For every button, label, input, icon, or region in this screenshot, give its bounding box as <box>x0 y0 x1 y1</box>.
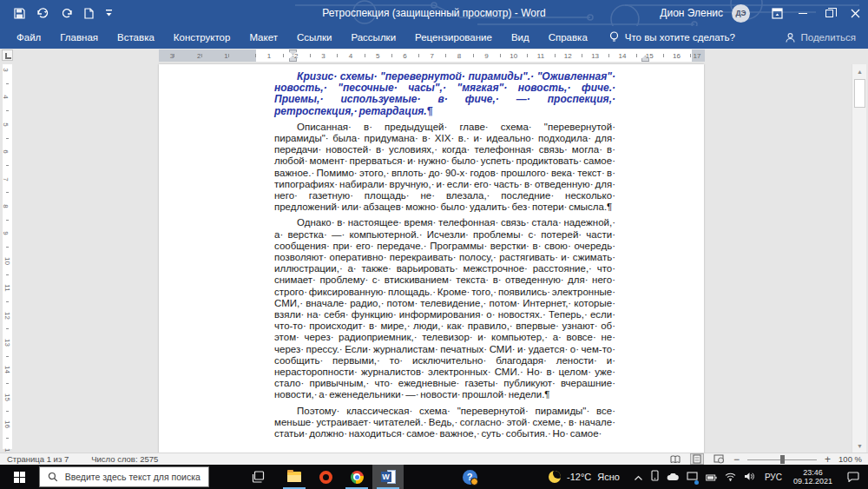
ruler-number: 4 <box>349 52 352 60</box>
ruler-tick <box>6 247 9 248</box>
save-icon[interactable] <box>14 8 25 19</box>
tab-файл[interactable]: Файл <box>7 26 50 49</box>
customize-qat-icon[interactable] <box>105 9 113 18</box>
zoom-handle[interactable] <box>780 455 785 464</box>
ruler-tick <box>6 110 9 111</box>
ruler-tick <box>6 83 9 84</box>
ruler-tick <box>6 220 9 221</box>
account-user-name[interactable]: Дион Эленис <box>660 7 723 19</box>
search-input[interactable] <box>65 472 201 482</box>
tab-selector[interactable] <box>2 50 13 61</box>
taskbar: W ? -12°C Ясно РУС 23:46 09.12.2021 <box>0 465 868 489</box>
vertical-scrollbar[interactable]: ▲ ▼ <box>852 64 866 453</box>
tell-me-label: Что вы хотите сделать? <box>625 32 735 43</box>
tab-справка[interactable]: Справка <box>539 26 597 49</box>
zoom-out-button[interactable]: − <box>733 455 740 464</box>
read-mode-icon[interactable] <box>668 453 682 465</box>
taskbar-search[interactable] <box>39 466 209 487</box>
ribbon-display-options-button[interactable] <box>764 0 790 26</box>
share-button[interactable]: Поделиться <box>786 32 856 43</box>
tab-вид[interactable]: Вид <box>502 26 539 49</box>
file-explorer-button[interactable] <box>279 465 310 489</box>
ruler-number: 4 <box>1 96 9 99</box>
undo-icon[interactable] <box>36 8 51 18</box>
ruler-number: 12 <box>3 312 10 320</box>
action-center-button[interactable] <box>838 465 868 489</box>
title-bar: Ретроспекция (защищенный просмотр) - Wor… <box>0 0 868 26</box>
tab-вставка[interactable]: Вставка <box>108 26 164 49</box>
scroll-down-button[interactable]: ▼ <box>852 439 867 453</box>
ruler-number: 11 <box>537 52 544 60</box>
ruler-number: 15 <box>646 52 654 60</box>
tab-конструктор[interactable]: Конструктор <box>164 26 240 49</box>
close-button[interactable] <box>842 0 868 26</box>
ribbon-tab-row: ФайлГлавнаяВставкаКонструкторМакетСсылки… <box>0 26 868 49</box>
file-explorer-icon <box>287 472 301 482</box>
weather-widget[interactable]: -12°C Ясно <box>540 471 628 483</box>
minimize-button[interactable] <box>790 0 816 26</box>
restore-button[interactable] <box>816 0 842 26</box>
onedrive-cloud-icon[interactable] <box>667 469 679 485</box>
ruler-row: 3211234567891011121314151617 <box>0 49 868 63</box>
web-layout-icon[interactable] <box>712 453 726 465</box>
tab-макет[interactable]: Макет <box>240 26 287 49</box>
language-indicator[interactable]: РУС <box>760 472 787 482</box>
volume-icon[interactable] <box>744 469 754 485</box>
avatar[interactable]: ДЭ <box>732 4 750 23</box>
ruler-number: 8 <box>1 204 9 208</box>
tray-chevron-up-icon[interactable] <box>634 469 643 485</box>
ruler-number: 6 <box>403 52 406 60</box>
document-page[interactable]: Кризис· схемы· "перевернутой· пирамиды".… <box>159 64 704 453</box>
tell-me-box[interactable]: Что вы хотите сделать? <box>609 31 735 43</box>
windows-logo-icon <box>14 472 25 483</box>
ruler-tick <box>690 54 691 57</box>
ruler-number: 3 <box>321 52 325 60</box>
clock[interactable]: 23:46 09.12.2021 <box>787 468 838 486</box>
ruler-number: 16 <box>673 52 681 60</box>
office-button[interactable] <box>310 465 341 489</box>
phone-icon[interactable] <box>651 469 659 485</box>
tab-рецензирование[interactable]: Рецензирование <box>405 26 502 49</box>
help-icon: ? <box>463 470 477 485</box>
scroll-up-button[interactable]: ▲ <box>852 64 867 78</box>
zoom-level[interactable]: 100 % <box>838 454 862 464</box>
ruler-number: 8 <box>457 52 461 60</box>
task-view-button[interactable] <box>242 465 273 489</box>
clock-time: 23:46 <box>793 468 832 478</box>
page-indicator[interactable]: Страница 1 из 7 <box>7 454 69 464</box>
tab-главная[interactable]: Главная <box>50 26 108 49</box>
person-icon <box>786 33 795 43</box>
word-window: Ретроспекция (защищенный просмотр) - Wor… <box>0 0 868 489</box>
tab-рассылки[interactable]: Рассылки <box>341 26 405 49</box>
office-icon <box>319 471 332 484</box>
ruler-number: 5 <box>376 52 379 60</box>
zoom-in-button[interactable]: + <box>825 455 831 464</box>
word-button[interactable]: W <box>372 465 404 489</box>
word-count[interactable]: Число слов: 2575 <box>91 454 158 464</box>
vertical-ruler[interactable]: 34567891011121314151617 <box>3 64 12 449</box>
new-document-icon[interactable] <box>84 8 94 19</box>
ruler-tick <box>473 54 474 57</box>
quick-access-toolbar <box>0 8 113 19</box>
start-button[interactable] <box>0 465 39 489</box>
minimize-icon <box>799 13 807 14</box>
doc-paragraph: Описанная· в· предыдущей· главе· схема· … <box>274 122 615 214</box>
search-icon <box>48 472 58 482</box>
tab-ссылки[interactable]: Ссылки <box>287 26 342 49</box>
horizontal-ruler[interactable]: 3211234567891011121314151617 <box>159 50 705 62</box>
display-icon[interactable] <box>687 469 698 485</box>
print-layout-icon[interactable] <box>690 453 704 465</box>
ruler-tick <box>6 328 9 329</box>
chrome-button[interactable] <box>341 465 372 489</box>
battery-icon[interactable] <box>706 469 717 485</box>
ruler-tick <box>663 54 664 57</box>
help-button[interactable]: ? <box>454 465 485 489</box>
scrollbar-thumb[interactable] <box>854 79 865 108</box>
wifi-icon[interactable] <box>725 469 736 485</box>
ruler-number: 16 <box>3 420 10 428</box>
close-icon <box>851 9 860 18</box>
zoom-slider[interactable] <box>747 455 817 464</box>
ruler-tick <box>310 54 311 57</box>
redo-icon[interactable] <box>62 8 73 18</box>
ruler-tick <box>283 54 284 57</box>
